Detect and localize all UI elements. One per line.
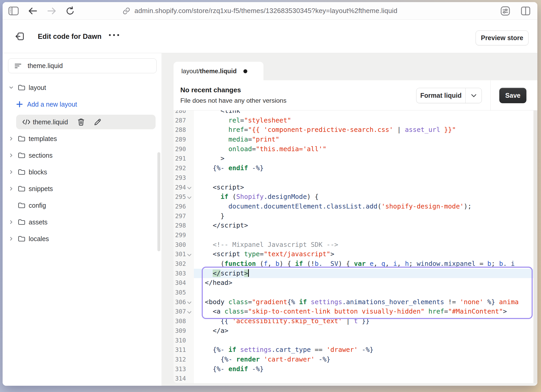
code-text[interactable]: rel="stylesheet" — [194, 116, 533, 125]
url-field[interactable]: admin.shopify.com/store/rzq1xu-f5/themes… — [122, 2, 397, 20]
code-editor[interactable]: 286 <link287 rel="stylesheet"288 href="{… — [174, 111, 537, 383]
chevron-right-icon[interactable] — [8, 152, 18, 158]
code-text[interactable] — [194, 173, 533, 183]
code-text[interactable]: <a class="skip-to-content-link button vi… — [194, 307, 533, 316]
more-actions-icon[interactable] — [109, 34, 119, 36]
sidebar-item-snippets[interactable]: snippets — [8, 182, 156, 195]
code-line-298[interactable]: 298 </script> — [174, 221, 533, 230]
code-text[interactable]: <script type="text/javascript"> — [194, 249, 533, 259]
code-line-295[interactable]: 295 if (Shopify.designMode) { — [174, 192, 533, 202]
code-line-287[interactable]: 287 rel="stylesheet" — [174, 116, 533, 125]
fold-chevron-icon[interactable] — [187, 183, 192, 192]
sidebar-item-add-a-new-layout[interactable]: Add a new layout — [16, 98, 156, 111]
code-line-307[interactable]: 307 <a class="skip-to-content-link butto… — [174, 307, 533, 316]
sidebar-item-sections[interactable]: sections — [8, 149, 156, 162]
code-text[interactable] — [194, 374, 533, 383]
file-filter-input[interactable]: theme.liquid — [8, 58, 157, 73]
code-text[interactable]: <script> — [194, 183, 533, 192]
code-line-290[interactable]: 290 onload="this.media='all'" — [174, 144, 533, 154]
code-text[interactable]: </script> — [194, 269, 533, 278]
fold-chevron-icon[interactable] — [187, 192, 192, 202]
fold-chevron-icon[interactable] — [187, 297, 192, 307]
code-line-297[interactable]: 297 } — [174, 211, 533, 221]
code-line-314[interactable]: 314 — [174, 374, 533, 383]
code-text[interactable]: > — [194, 154, 533, 163]
back-icon[interactable] — [28, 7, 38, 15]
code-line-300[interactable]: 300 <!-- Mixpanel Javascript SDK --> — [174, 240, 533, 250]
code-line-302[interactable]: 302 (function (f, b) { if (!b.__SV) { va… — [174, 259, 533, 269]
chevron-down-icon[interactable] — [8, 85, 18, 90]
code-text[interactable]: <body class="gradient{% if settings.anim… — [194, 297, 533, 307]
preview-store-button[interactable]: Preview store — [476, 30, 528, 45]
fold-chevron-icon[interactable] — [187, 307, 192, 316]
code-text[interactable]: {%- endif -%} — [194, 163, 533, 173]
code-text[interactable]: {%- if settings.cart_type == 'drawer' -%… — [194, 345, 533, 355]
code-line-291[interactable]: 291 > — [174, 154, 533, 163]
tab-theme-liquid[interactable]: layout/theme.liquid — [174, 62, 263, 81]
page-settings-icon[interactable] — [500, 6, 510, 16]
code-text[interactable] — [194, 230, 533, 240]
code-line-312[interactable]: 312 {%- render 'cart-drawer' -%} — [174, 355, 533, 364]
code-line-309[interactable]: 309 </a> — [174, 326, 533, 336]
reload-icon[interactable] — [66, 6, 75, 16]
sidebar-item-blocks[interactable]: blocks — [8, 166, 156, 178]
code-text[interactable]: </script> — [194, 221, 533, 230]
code-text[interactable]: media="print" — [194, 135, 533, 144]
code-line-289[interactable]: 289 media="print" — [174, 135, 533, 144]
sidebar-toggle-icon[interactable] — [8, 7, 19, 15]
sidebar-item-theme-liquid[interactable]: theme.liquid — [16, 115, 156, 129]
code-line-288[interactable]: 288 href="{{ 'component-predictive-searc… — [174, 125, 533, 135]
code-line-306[interactable]: 306 <body class="gradient{% if settings.… — [174, 297, 533, 307]
code-line-310[interactable]: 310 — [174, 336, 533, 345]
code-text[interactable] — [194, 288, 533, 297]
chevron-right-icon[interactable] — [8, 186, 18, 192]
code-text[interactable]: } — [194, 211, 533, 221]
code-line-304[interactable]: 304 </head> — [174, 278, 533, 288]
code-line-305[interactable]: 305 — [174, 288, 533, 297]
code-line-292[interactable]: 292 {%- endif -%} — [174, 163, 533, 173]
code-line-313[interactable]: 313 {%- endif -%} — [174, 364, 533, 374]
code-text[interactable]: </a> — [194, 326, 533, 336]
code-line-286[interactable]: 286 <link — [174, 111, 533, 116]
code-text[interactable]: </head> — [194, 278, 533, 288]
code-text[interactable]: onload="this.media='all'" — [194, 144, 533, 154]
sidebar-scrollbar[interactable] — [157, 152, 160, 251]
code-line-299[interactable]: 299 — [174, 230, 533, 240]
code-text[interactable]: {{ 'accessibility.skip_to_text' | t }} — [194, 316, 533, 326]
code-text[interactable]: (function (f, b) { if (!b.__SV) { var e,… — [194, 259, 533, 269]
code-text[interactable] — [194, 336, 533, 345]
code-line-301[interactable]: 301 <script type="text/javascript"> — [174, 249, 533, 259]
code-text[interactable]: document.documentElement.classList.add('… — [194, 202, 533, 211]
sidebar-item-assets[interactable]: assets — [8, 216, 156, 228]
chevron-right-icon[interactable] — [8, 236, 18, 242]
exit-editor-icon[interactable] — [15, 32, 25, 41]
sidebar-item-config[interactable]: config — [8, 199, 156, 212]
code-text[interactable]: if (Shopify.designMode) { — [194, 192, 533, 202]
code-line-303[interactable]: 303 </script> — [174, 269, 533, 278]
code-text[interactable]: <!-- Mixpanel Javascript SDK --> — [194, 240, 533, 250]
code-line-308[interactable]: 308 {{ 'accessibility.skip_to_text' | t … — [174, 316, 533, 326]
code-text[interactable]: href="{{ 'component-predictive-search.cs… — [194, 125, 533, 135]
code-lines[interactable]: 286 <link287 rel="stylesheet"288 href="{… — [174, 111, 533, 383]
format-liquid-button[interactable]: Format liquid — [416, 88, 482, 103]
code-line-311[interactable]: 311 {%- if settings.cart_type == 'drawer… — [174, 345, 533, 355]
pencil-icon[interactable] — [94, 118, 101, 126]
fold-chevron-icon[interactable] — [187, 249, 192, 259]
code-line-294[interactable]: 294 <script> — [174, 183, 533, 192]
code-line-296[interactable]: 296 document.documentElement.classList.a… — [174, 202, 533, 211]
split-view-icon[interactable] — [521, 7, 531, 15]
code-text[interactable]: {%- render 'cart-drawer' -%} — [194, 355, 533, 364]
trash-icon[interactable] — [77, 118, 85, 126]
chevron-right-icon[interactable] — [8, 219, 18, 225]
editor-scrollbar[interactable] — [533, 111, 537, 383]
sidebar-item-templates[interactable]: templates — [8, 132, 156, 145]
sidebar-item-locales[interactable]: locales — [8, 232, 156, 245]
code-text[interactable]: <link — [194, 111, 533, 116]
sidebar-item-layout[interactable]: layout — [8, 81, 156, 94]
code-text[interactable]: {%- endif -%} — [194, 364, 533, 374]
format-options-chevron[interactable] — [465, 88, 482, 103]
save-button[interactable]: Save — [499, 88, 526, 103]
chevron-right-icon[interactable] — [8, 136, 18, 142]
code-line-293[interactable]: 293 — [174, 173, 533, 183]
chevron-right-icon[interactable] — [8, 169, 18, 175]
